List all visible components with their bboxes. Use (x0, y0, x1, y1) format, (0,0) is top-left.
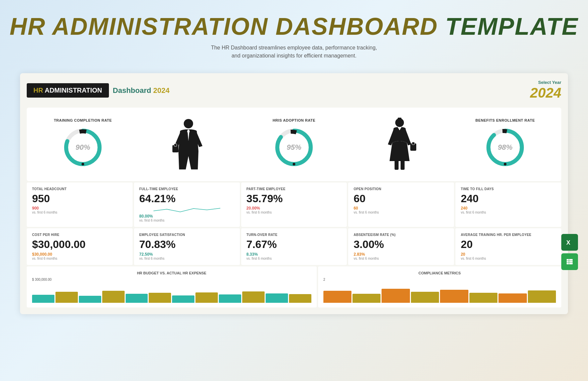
year-selector[interactable]: Select Year 2024 (530, 80, 561, 101)
stat-avg-training: AVERAGE TRAINING HR. PER EMPLOYEE 20 20 … (455, 228, 561, 265)
gauge-benefits-chart: 98% (483, 126, 527, 169)
stat-absenteeism: ABSENTEEISM RATE (%) 3.00% 2.83% vs. fir… (348, 228, 454, 265)
gauge-benefits-value: 98% (498, 143, 512, 152)
select-year-value: 2024 (530, 85, 561, 101)
page-header: HR ADMINISTRATION DASHBOARD TEMPLATE The… (0, 0, 588, 67)
stat-openpos-label: OPEN POSITION (353, 187, 449, 191)
stats-row-1: TOTAL HEADCOUNT 950 900 vs. first 6 mont… (27, 182, 561, 227)
title-admin: ADMINISTRATION (46, 13, 268, 40)
stat-openpos-value: 60 (353, 193, 449, 205)
chart-budget-title: HR BUDGET VS. ACTUAL HR EXPENSE (32, 271, 311, 275)
stat-open-position: OPEN POSITION 60 60 vs. first 6 months (348, 182, 454, 227)
title-template: TEMPLATE (438, 13, 579, 40)
stats-row-2: COST PER HIRE $30,000.00 $30,000.00 vs. … (27, 228, 561, 265)
dashboard-year: 2024 (153, 86, 170, 95)
svg-point-2 (82, 163, 84, 165)
stat-parttime-value: 35.79% (247, 193, 342, 205)
stat-parttime-prev-label: vs. first 6 months (247, 211, 342, 214)
stat-costperhire-value: $30,000.00 (32, 239, 127, 250)
stat-fulltime-prev: 80.00% (139, 214, 235, 219)
svg-point-8 (293, 163, 295, 165)
stat-turnover-prev-label: vs. first 6 months (247, 257, 342, 260)
stat-satisfaction-prev-label: vs. first 6 months (139, 257, 235, 260)
stat-satisfaction-value: 70.83% (139, 239, 235, 250)
stat-costperhire-prev-label: vs. first 6 months (32, 257, 127, 260)
gauges-row: TRAINING COMPLETION RATE 90% (27, 108, 561, 181)
stat-total-headcount: TOTAL HEADCOUNT 950 900 vs. first 6 mont… (27, 182, 133, 227)
gauge-training-value: 90% (76, 143, 90, 152)
stat-openpos-prev: 60 (353, 206, 449, 211)
stat-headcount-prev: 900 (32, 206, 127, 211)
stat-costperhire-label: COST PER HIRE (32, 233, 127, 237)
gauge-benefits: BENEFITS ENROLLMENT RATE 98% (452, 115, 558, 174)
brand-block: HR ADMINISTRATION Dashboard 2024 (27, 83, 170, 98)
stat-avgtraining-value: 20 (461, 239, 556, 250)
stat-absenteeism-value: 3.00% (353, 239, 449, 250)
stat-fulltime-value: 64.21% (139, 193, 235, 205)
stat-fulltime-prev-label: vs. first 6 months (139, 219, 235, 222)
stat-timetofill-value: 240 (461, 193, 556, 205)
stat-turnover-value: 7.67% (247, 239, 342, 250)
stat-timetofill-prev-label: vs. first 6 months (461, 211, 556, 214)
stat-fulltime-sparkline (139, 206, 235, 213)
stat-parttime-prev: 20.00% (247, 206, 342, 211)
svg-text:X: X (566, 239, 570, 246)
gauge-hris: HRIS ADOPTION RATE 95% (241, 115, 347, 174)
gauge-training-chart: 90% (61, 126, 105, 169)
stat-time-to-fill: TIME TO FILL DAYS 240 240 vs. first 6 mo… (455, 182, 561, 227)
svg-rect-5 (174, 144, 177, 146)
stat-parttime: PART-TIME EMPLOYEE 35.79% 20.00% vs. fir… (241, 182, 347, 227)
stat-cost-per-hire: COST PER HIRE $30,000.00 $30,000.00 vs. … (27, 228, 133, 265)
chart-compliance: COMPLIANCE METRICS 2 (318, 266, 561, 307)
excel-icon[interactable]: X (561, 234, 578, 251)
charts-row: HR BUDGET VS. ACTUAL HR EXPENSE $ 300,00… (27, 266, 561, 307)
gauge-training: TRAINING COMPLETION RATE 90% (30, 115, 136, 174)
stat-absenteeism-prev: 2.83% (353, 252, 449, 257)
page-title: HR ADMINISTRATION DASHBOARD TEMPLATE (7, 13, 581, 40)
gauge-hris-chart: 95% (272, 126, 316, 169)
svg-point-17 (504, 163, 506, 165)
stat-timetofill-prev: 240 (461, 206, 556, 211)
dashboard-container: HR ADMINISTRATION Dashboard 2024 Select … (20, 73, 568, 314)
stat-parttime-label: PART-TIME EMPLOYEE (247, 187, 342, 191)
gauge-benefits-label: BENEFITS ENROLLMENT RATE (456, 118, 555, 122)
chart-compliance-title: COMPLIANCE METRICS (323, 271, 556, 275)
dashboard-header: HR ADMINISTRATION Dashboard 2024 Select … (27, 80, 561, 101)
stat-avgtraining-label: AVERAGE TRAINING HR. PER EMPLOYEE (461, 233, 556, 237)
svg-point-3 (184, 119, 193, 128)
dashboard-word: Dashboard (113, 86, 151, 95)
title-dashboard: DASHBOARD (268, 13, 438, 40)
chart-compliance-bars (323, 283, 556, 303)
stat-turnover-label: TURN-OVER RATE (247, 233, 342, 237)
stat-satisfaction-prev: 72.50% (139, 252, 235, 257)
page-subtitle: The HR Dashboard streamlines employee da… (7, 44, 581, 60)
chart-budget-bars (32, 283, 311, 303)
gauge-hris-value: 95% (287, 143, 301, 152)
stat-fulltime-label: FULL-TIME EMPLOYEE (139, 187, 235, 191)
svg-rect-14 (401, 160, 405, 170)
stat-costperhire-prev: $30,000.00 (32, 252, 127, 257)
stat-avgtraining-prev: 20 (461, 252, 556, 257)
svg-rect-13 (395, 160, 399, 170)
stat-headcount-prev-label: vs. first 6 months (32, 211, 127, 214)
stat-absenteeism-label: ABSENTEEISM RATE (%) (353, 233, 449, 237)
stat-employee-satisfaction: EMPLOYEE SATISFACTION 70.83% 72.50% vs. … (134, 228, 240, 265)
stat-openpos-prev-label: vs. first 6 months (353, 211, 449, 214)
stat-avgtraining-prev-label: vs. first 6 months (461, 257, 556, 260)
stat-timetofill-label: TIME TO FILL DAYS (461, 187, 556, 191)
brand-hr: HR (33, 87, 43, 94)
stat-headcount-value: 950 (32, 193, 127, 205)
dashboard-label: Dashboard 2024 (113, 86, 170, 95)
stat-turnover-prev: 8.33% (247, 252, 342, 257)
stat-turnover-rate: TURN-OVER RATE 7.67% 8.33% vs. first 6 m… (241, 228, 347, 265)
person-female (347, 114, 452, 174)
gauge-training-label: TRAINING COMPLETION RATE (33, 118, 132, 122)
svg-rect-21 (567, 259, 573, 264)
title-hr: HR (10, 13, 46, 40)
sheets-icon[interactable] (561, 253, 578, 270)
brand-admin-text: ADMINISTRATION (43, 87, 102, 94)
excel-icons: X (561, 234, 578, 270)
select-year-label: Select Year (530, 80, 561, 85)
stat-fulltime: FULL-TIME EMPLOYEE 64.21% 80.00% vs. fir… (134, 182, 240, 227)
chart-hr-budget: HR BUDGET VS. ACTUAL HR EXPENSE $ 300,00… (27, 266, 317, 307)
